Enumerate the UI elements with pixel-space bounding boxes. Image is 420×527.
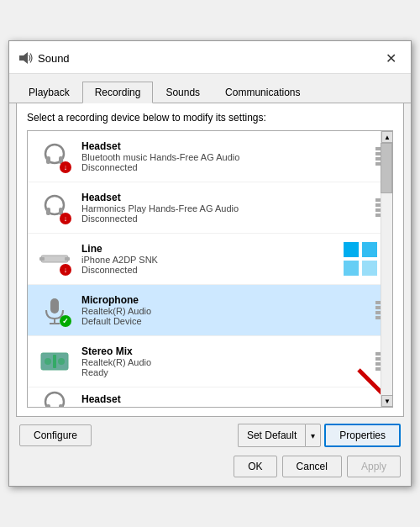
device-desc: Realtek(R) Audio bbox=[81, 306, 375, 316]
device-info: Stereo Mix Realtek(R) Audio Ready bbox=[81, 345, 375, 377]
device-item-microphone[interactable]: ✓ Microphone Realtek(R) Audio Default De… bbox=[28, 285, 392, 336]
device-icon-wrap: ↓ bbox=[36, 138, 73, 175]
device-name: Line bbox=[81, 243, 342, 255]
device-status: Disconnected bbox=[81, 162, 375, 172]
tab-content: Select a recording device below to modif… bbox=[16, 103, 404, 417]
device-item[interactable]: ↓ Headset Harmonics Play Hands-Free AG A… bbox=[28, 182, 392, 234]
device-info: Headset Harmonics Play Hands-Free AG Aud… bbox=[81, 192, 375, 224]
scroll-up-button[interactable]: ▲ bbox=[381, 131, 392, 143]
svg-point-19 bbox=[58, 358, 65, 365]
device-list[interactable]: ↓ Headset Bluetooth music Hands-Free AG … bbox=[27, 130, 393, 408]
device-item[interactable]: Stereo Mix Realtek(R) Audio Ready bbox=[28, 336, 392, 387]
device-status: Ready bbox=[81, 367, 375, 377]
svg-rect-11 bbox=[362, 242, 377, 257]
device-desc: Realtek(R) Audio bbox=[81, 357, 375, 367]
device-list-inner: ↓ Headset Bluetooth music Hands-Free AG … bbox=[28, 131, 392, 407]
device-item[interactable]: ↓ Line iPhone A2DP SNK Disconnected bbox=[28, 234, 392, 285]
svg-rect-9 bbox=[65, 257, 70, 261]
tab-playback[interactable]: Playback bbox=[16, 82, 82, 103]
disconnected-badge: ↓ bbox=[60, 264, 71, 276]
sound-dialog: Sound ✕ Playback Recording Sounds Commun… bbox=[8, 40, 412, 487]
device-info: Headset Bluetooth music Hands-Free AG Au… bbox=[81, 140, 375, 172]
tab-sounds[interactable]: Sounds bbox=[153, 82, 213, 103]
disconnected-badge: ↓ bbox=[60, 161, 71, 173]
tab-communications[interactable]: Communications bbox=[213, 82, 312, 103]
device-desc: Bluetooth music Hands-Free AG Audio bbox=[81, 152, 375, 162]
device-desc: Harmonics Play Hands-Free AG Audio bbox=[81, 203, 375, 213]
set-default-dropdown-button[interactable]: ▾ bbox=[305, 424, 321, 447]
svg-rect-10 bbox=[344, 242, 359, 257]
device-status: Disconnected bbox=[81, 265, 342, 275]
svg-point-18 bbox=[45, 358, 51, 365]
properties-button[interactable]: Properties bbox=[324, 424, 401, 447]
apply-button[interactable]: Apply bbox=[347, 456, 401, 477]
configure-bar: Configure Set Default ▾ Properties bbox=[9, 417, 411, 451]
device-icon-wrap: ↓ bbox=[36, 240, 73, 277]
device-item[interactable]: ↓ Headset Bluetooth music Hands-Free AG … bbox=[28, 131, 392, 182]
disconnected-badge: ↓ bbox=[60, 213, 71, 224]
device-name: Headset bbox=[81, 140, 375, 152]
svg-rect-2 bbox=[46, 156, 50, 164]
window-title: Sound bbox=[38, 52, 70, 65]
device-desc: VEXTRON NORDIC Hands-Free Audio bbox=[81, 405, 384, 408]
device-name: Stereo Mix bbox=[81, 345, 375, 357]
svg-rect-12 bbox=[344, 261, 359, 276]
stereo-icon bbox=[39, 346, 70, 377]
svg-rect-20 bbox=[53, 355, 56, 368]
device-icon-wrap bbox=[36, 387, 73, 407]
description-text: Select a recording device below to modif… bbox=[27, 112, 393, 124]
svg-rect-7 bbox=[41, 256, 68, 262]
tabs-bar: Playback Recording Sounds Communications bbox=[9, 74, 411, 103]
svg-marker-0 bbox=[19, 52, 28, 64]
device-name: Headset bbox=[81, 192, 375, 203]
svg-rect-8 bbox=[39, 257, 45, 261]
default-properties-group: Set Default ▾ Properties bbox=[238, 424, 401, 447]
svg-rect-14 bbox=[50, 298, 59, 314]
configure-button[interactable]: Configure bbox=[19, 424, 92, 446]
device-desc: iPhone A2DP SNK bbox=[81, 255, 342, 265]
device-icon-wrap bbox=[36, 343, 73, 380]
device-name: Microphone bbox=[81, 294, 375, 306]
device-info: Line iPhone A2DP SNK Disconnected bbox=[81, 243, 342, 275]
device-info: Microphone Realtek(R) Audio Default Devi… bbox=[81, 294, 375, 326]
device-info: Headset VEXTRON NORDIC Hands-Free Audio bbox=[81, 393, 384, 408]
device-status: Disconnected bbox=[81, 213, 375, 224]
headphone-icon bbox=[39, 389, 70, 408]
svg-rect-5 bbox=[46, 208, 50, 215]
device-name: Headset bbox=[81, 393, 384, 405]
device-icon-wrap: ✓ bbox=[36, 292, 73, 329]
tab-recording[interactable]: Recording bbox=[82, 82, 154, 103]
scroll-down-button[interactable]: ▼ bbox=[381, 395, 392, 407]
title-bar-left: Sound bbox=[18, 50, 70, 66]
svg-rect-24 bbox=[46, 404, 50, 408]
default-badge: ✓ bbox=[60, 315, 71, 327]
device-icon-wrap: ↓ bbox=[36, 189, 73, 226]
svg-rect-25 bbox=[59, 404, 63, 408]
svg-rect-13 bbox=[362, 261, 377, 276]
windows-tile-icon bbox=[342, 240, 379, 277]
scrollbar-thumb[interactable] bbox=[381, 143, 392, 193]
device-item[interactable]: Headset VEXTRON NORDIC Hands-Free Audio bbox=[28, 387, 392, 407]
scrollbar-track: ▲ ▼ bbox=[381, 131, 392, 407]
set-default-group: Set Default ▾ bbox=[238, 424, 321, 447]
ok-button[interactable]: OK bbox=[234, 456, 276, 477]
cancel-button[interactable]: Cancel bbox=[282, 456, 342, 477]
dialog-buttons-bar: OK Cancel Apply bbox=[9, 451, 411, 486]
device-status: Default Device bbox=[81, 316, 375, 326]
set-default-button[interactable]: Set Default bbox=[238, 424, 305, 447]
close-button[interactable]: ✕ bbox=[381, 48, 401, 68]
title-bar: Sound ✕ bbox=[9, 41, 411, 74]
sound-icon bbox=[18, 50, 33, 66]
